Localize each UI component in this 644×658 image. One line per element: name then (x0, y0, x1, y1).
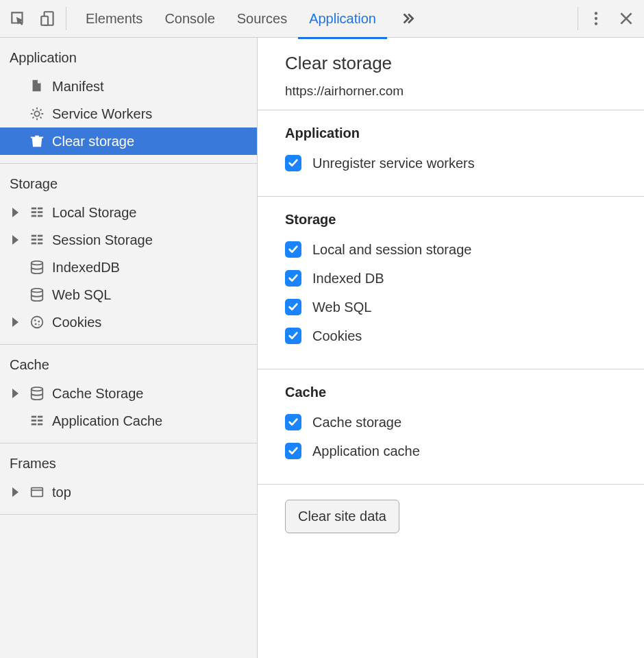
checkbox-row: Cache storage (285, 414, 617, 430)
sidebar-item-label: Service Workers (52, 106, 152, 122)
cookie-icon (29, 314, 45, 330)
sidebar-item-manifest[interactable]: Manifest (0, 73, 257, 100)
expand-icon[interactable] (12, 235, 18, 245)
sidebar-item-local-storage[interactable]: Local Storage (0, 199, 257, 226)
section-cache: CacheCache storageApplication cache (258, 369, 644, 485)
checkbox-row: Local and session storage (285, 241, 617, 258)
device-toggle-icon[interactable] (33, 3, 63, 34)
expand-icon[interactable] (12, 487, 18, 497)
clear-site-data-button[interactable]: Clear site data (285, 500, 399, 533)
checkbox[interactable] (285, 328, 301, 344)
checkbox-label: Web SQL (312, 300, 371, 315)
checkbox-label: Application cache (312, 443, 420, 459)
db-icon (29, 259, 45, 276)
main-panel: Clear storage https://airhorner.com Appl… (258, 38, 644, 658)
trash-icon (29, 133, 45, 149)
main-header: Clear storage https://airhorner.com (258, 38, 644, 110)
checkbox-label: Local and session storage (312, 242, 471, 258)
origin-url: https://airhorner.com (285, 84, 617, 99)
gear-icon (29, 106, 45, 122)
grid-icon (29, 413, 45, 429)
sidebar-item-cookies[interactable]: Cookies (0, 308, 257, 336)
sidebar-item-service-workers[interactable]: Service Workers (0, 100, 257, 127)
checkbox-label: Cookies (312, 328, 362, 344)
sidebar-group: CacheCache StorageApplication Cache (0, 345, 257, 443)
checkbox-label: Unregister service workers (312, 156, 475, 171)
file-icon (29, 78, 45, 95)
sidebar-group-title: Frames (0, 452, 257, 478)
checkbox[interactable] (285, 414, 301, 430)
grid-icon (29, 204, 45, 221)
tab-application[interactable]: Application (298, 0, 387, 39)
devtools-toolbar: ElementsConsoleSourcesApplication (0, 0, 644, 38)
page-title: Clear storage (285, 53, 617, 74)
checkbox[interactable] (285, 155, 301, 171)
sidebar-item-cache-storage[interactable]: Cache Storage (0, 380, 257, 407)
sidebar-item-label: Cache Storage (52, 386, 143, 402)
checkbox[interactable] (285, 443, 301, 459)
sidebar-group-title: Storage (0, 172, 257, 199)
section-title: Storage (285, 212, 617, 228)
sidebar-group: StorageLocal StorageSession StorageIndex… (0, 164, 257, 345)
checkbox[interactable] (285, 299, 301, 315)
grid-icon (29, 232, 45, 248)
checkbox-row: Web SQL (285, 299, 617, 315)
db-icon (29, 287, 45, 303)
sidebar-group: ApplicationManifestService WorkersClear … (0, 38, 257, 164)
sidebar-item-application-cache[interactable]: Application Cache (0, 407, 257, 435)
checkbox-row: Unregister service workers (285, 155, 617, 171)
select-element-icon[interactable] (3, 3, 33, 34)
sidebar-item-indexeddb[interactable]: IndexedDB (0, 254, 257, 281)
frame-icon (29, 484, 45, 500)
expand-icon[interactable] (12, 389, 18, 398)
sidebar-group: Framestop (0, 443, 257, 515)
checkbox-row: Indexed DB (285, 270, 617, 287)
sidebar-item-web-sql[interactable]: Web SQL (0, 281, 257, 308)
sidebar-item-label: Session Storage (52, 232, 153, 248)
section-storage: StorageLocal and session storageIndexed … (258, 197, 644, 369)
sidebar-item-label: Web SQL (52, 287, 111, 303)
sidebar-item-label: top (52, 485, 71, 500)
more-tabs-icon[interactable] (393, 3, 423, 34)
sidebar-item-top[interactable]: top (0, 478, 257, 506)
expand-icon[interactable] (12, 208, 18, 217)
sidebar-item-label: Cookies (52, 315, 101, 330)
sidebar-item-label: Local Storage (52, 205, 136, 221)
application-sidebar: ApplicationManifestService WorkersClear … (0, 38, 258, 658)
checkbox-row: Cookies (285, 328, 617, 344)
button-row: Clear site data (258, 485, 644, 548)
tab-elements[interactable]: Elements (75, 0, 153, 37)
db-icon (29, 385, 45, 402)
sidebar-group-title: Cache (0, 353, 257, 380)
sidebar-item-clear-storage[interactable]: Clear storage (0, 127, 257, 155)
tab-console[interactable]: Console (153, 0, 225, 37)
checkbox-label: Cache storage (312, 415, 401, 430)
sidebar-item-label: Manifest (52, 79, 104, 95)
sidebar-item-label: Clear storage (52, 134, 134, 149)
checkbox[interactable] (285, 241, 301, 258)
sidebar-item-label: Application Cache (52, 413, 162, 429)
section-title: Cache (285, 385, 617, 400)
section-application: ApplicationUnregister service workers (258, 110, 644, 197)
close-icon[interactable] (611, 3, 641, 34)
checkbox-row: Application cache (285, 443, 617, 459)
kebab-menu-icon[interactable] (581, 3, 611, 34)
tab-sources[interactable]: Sources (226, 0, 298, 37)
checkbox[interactable] (285, 270, 301, 287)
separator (66, 7, 66, 30)
sidebar-group-title: Application (0, 46, 257, 73)
sidebar-item-label: IndexedDB (52, 260, 120, 276)
section-title: Application (285, 125, 617, 141)
devtools-tabs: ElementsConsoleSourcesApplication (75, 0, 387, 39)
sidebar-item-session-storage[interactable]: Session Storage (0, 226, 257, 254)
checkbox-label: Indexed DB (312, 271, 384, 287)
expand-icon[interactable] (12, 317, 18, 327)
separator (578, 7, 578, 30)
